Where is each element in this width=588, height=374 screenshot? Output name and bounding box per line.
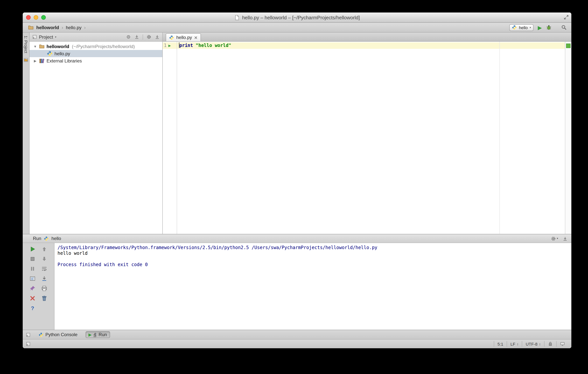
run-tab-button[interactable]: ▶ 4: Run xyxy=(85,331,110,338)
tool-window-strip: 1: Project xyxy=(23,32,30,234)
pause-output-button[interactable] xyxy=(30,266,36,272)
libraries-icon xyxy=(39,58,45,64)
chevron-collapsed-icon[interactable]: ▶ xyxy=(33,59,37,63)
inspection-status-indicator[interactable] xyxy=(566,43,571,48)
select-opened-file-icon[interactable] xyxy=(126,34,131,39)
console-blank-line xyxy=(58,256,568,262)
minimize-window-button[interactable] xyxy=(34,15,38,20)
search-icon[interactable] xyxy=(561,25,567,30)
screen-reader-widget[interactable] xyxy=(556,341,568,347)
lock-icon xyxy=(548,342,553,346)
run-tool-window-header[interactable]: Run hello ▾ xyxy=(23,234,571,243)
python-run-config-icon xyxy=(44,236,49,241)
window-title: hello.py – helloworld – [~/PycharmProjec… xyxy=(234,15,360,20)
breadcrumb-separator-icon: › xyxy=(84,25,86,30)
navigation-bar: helloworld › hello.py › hello ▾ ▶ xyxy=(23,23,571,32)
pin-tab-button[interactable] xyxy=(30,285,36,291)
project-tool-window-icon[interactable] xyxy=(23,58,28,63)
project-root-path: (~/PycharmProjects/helloworld) xyxy=(72,44,135,49)
python-console-label: Python Console xyxy=(45,332,77,337)
python-console-button[interactable]: Python Console xyxy=(36,331,80,338)
editor-tab-hello-py[interactable]: hello.py xyxy=(166,33,201,41)
run-settings-group: ▾ xyxy=(551,236,558,241)
folder-icon xyxy=(39,43,45,49)
run-icon: ▶ xyxy=(88,332,92,337)
editor-scrollbar[interactable] xyxy=(565,42,571,234)
tree-row-external-libraries[interactable]: ▶ External Libraries xyxy=(30,57,162,64)
document-icon xyxy=(234,15,240,20)
stop-button[interactable] xyxy=(30,256,36,262)
console-toolbar-col-1: ? xyxy=(30,246,36,330)
python-file-icon xyxy=(169,35,174,40)
editor-tab-title: hello.py xyxy=(176,35,192,40)
screen-icon xyxy=(560,342,565,346)
restore-layout-button[interactable] xyxy=(30,276,36,282)
project-panel-header: Project ▾ xyxy=(30,32,162,42)
caret-position-widget[interactable]: 5:1 xyxy=(494,341,507,347)
console-exit-line: Process finished with exit code 0 xyxy=(58,262,568,268)
collapse-all-icon[interactable] xyxy=(134,34,139,39)
close-window-button[interactable] xyxy=(26,15,31,20)
project-view-selector[interactable]: Project xyxy=(39,34,53,40)
close-icon[interactable] xyxy=(194,36,198,39)
external-libraries-label: External Libraries xyxy=(47,58,82,64)
encoding-widget[interactable]: UTF-8 ↕ xyxy=(522,341,544,347)
breadcrumb-separator-icon: › xyxy=(62,25,63,30)
run-tool-window: Run hello ▾ xyxy=(23,234,571,330)
readonly-lock-widget[interactable] xyxy=(544,341,556,347)
fullscreen-icon[interactable] xyxy=(563,14,569,20)
soft-wrap-button[interactable] xyxy=(41,266,47,272)
console-command-line: /System/Library/Frameworks/Python.framew… xyxy=(58,245,568,251)
tree-row-project-root[interactable]: ▼ helloworld (~/PycharmProjects/hellowor… xyxy=(30,43,162,50)
tool-window-bar: Python Console ▶ 4: Run xyxy=(23,330,571,339)
editor-tab-bar: hello.py xyxy=(163,32,571,42)
close-tab-button[interactable] xyxy=(30,295,36,301)
prev-occurrence-button[interactable] xyxy=(41,246,47,252)
updown-arrows-icon: ↕ xyxy=(539,342,541,346)
window-title-bar[interactable]: hello.py – helloworld – [~/PycharmProjec… xyxy=(23,12,571,23)
help-button[interactable]: ? xyxy=(31,305,34,311)
chevron-expanded-icon[interactable]: ▼ xyxy=(33,44,37,48)
console-toolbar: ? xyxy=(23,243,54,330)
chevron-down-icon: ▾ xyxy=(55,35,56,38)
python-run-config-icon xyxy=(512,25,517,30)
code-line-1[interactable]: print"hello world" xyxy=(179,43,231,49)
project-view-icon xyxy=(32,34,37,39)
rerun-button[interactable] xyxy=(30,246,36,252)
run-panel-title: Run xyxy=(33,236,41,241)
run-tool-window-body: ? /System/Library/Frameworks/Python.fram… xyxy=(23,243,571,330)
hide-panel-icon[interactable] xyxy=(563,236,567,241)
print-button[interactable] xyxy=(41,285,47,291)
debug-button[interactable] xyxy=(546,25,552,30)
console-output[interactable]: /System/Library/Frameworks/Python.framew… xyxy=(54,243,571,330)
console-stdout-line: hello world xyxy=(58,251,568,256)
gear-icon[interactable] xyxy=(551,236,556,241)
run-toolbar: hello ▾ ▶ xyxy=(509,24,567,31)
line-number: 1 xyxy=(164,43,167,49)
run-button[interactable]: ▶ xyxy=(538,25,542,30)
scroll-to-end-button[interactable] xyxy=(41,276,47,282)
breadcrumb-file[interactable]: hello.py xyxy=(66,25,82,30)
editor-body[interactable]: 1 ▶ print"hello world" xyxy=(163,42,571,234)
next-occurrence-button[interactable] xyxy=(41,256,47,262)
breadcrumb-project[interactable]: helloworld xyxy=(36,25,59,30)
gear-icon[interactable] xyxy=(147,34,151,39)
pin-icon[interactable] xyxy=(155,34,160,39)
run-configuration-select[interactable]: hello ▾ xyxy=(509,24,534,31)
project-header-actions xyxy=(126,34,160,40)
console-toolbar-col-2 xyxy=(41,246,47,330)
toolwindow-toggle-icon[interactable] xyxy=(26,342,31,346)
right-margin-guide xyxy=(499,42,500,234)
toolwindow-toggle-icon[interactable] xyxy=(26,332,31,337)
tree-row-hello-py[interactable]: hello.py xyxy=(30,50,162,57)
zoom-window-button[interactable] xyxy=(41,15,46,20)
pycharm-window: hello.py – helloworld – [~/PycharmProjec… xyxy=(23,12,571,348)
folder-icon xyxy=(28,25,34,30)
chevron-down-icon: ▾ xyxy=(557,237,558,240)
run-line-icon[interactable]: ▶ xyxy=(168,43,171,48)
run-tab-label: 4: Run xyxy=(94,332,107,337)
line-separator-widget[interactable]: LF ↕ xyxy=(507,341,522,347)
clear-all-button[interactable] xyxy=(41,295,47,301)
run-header-actions: ▾ xyxy=(551,236,567,241)
project-tool-window-button[interactable]: 1: Project xyxy=(24,36,28,53)
